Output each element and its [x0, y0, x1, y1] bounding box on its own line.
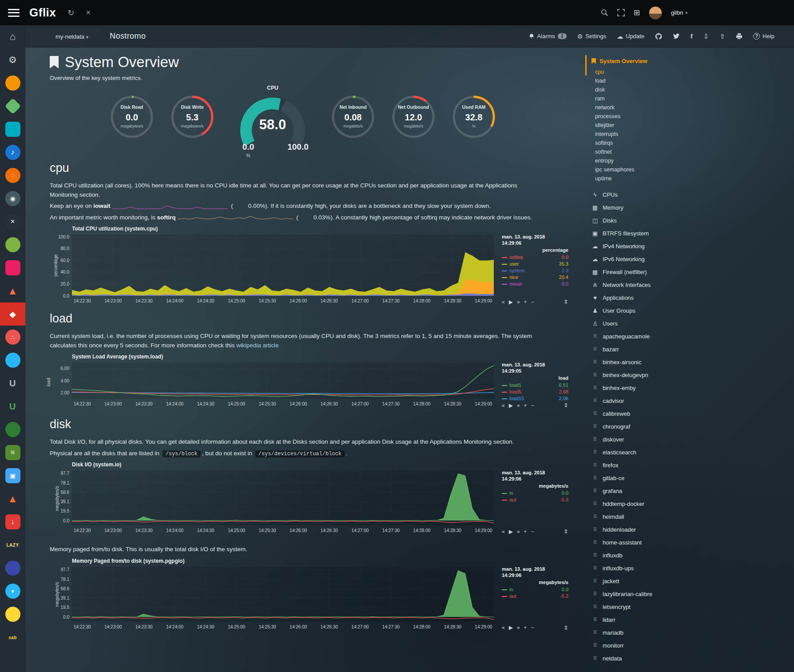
chart-resize-handle[interactable]: ⇕ — [564, 528, 568, 535]
legend-row-nice[interactable]: nice20.4 — [502, 274, 568, 281]
chart-canvas[interactable]: 0.020.040.060.080.0100.014:22:3014:23:00… — [50, 233, 498, 306]
app-shortcut-home[interactable]: ⌂ — [0, 25, 25, 48]
toc-app-grafana[interactable]: ⠿grafana — [592, 485, 725, 497]
legend-row-out[interactable]: out-5.3 — [502, 497, 568, 503]
upload-icon[interactable]: ⇧ — [720, 32, 726, 40]
search-icon[interactable] — [601, 9, 608, 16]
refresh-icon[interactable]: ↻ — [67, 8, 74, 18]
chart-backward-icon[interactable]: « — [502, 402, 505, 409]
help-button[interactable]: ?Help — [753, 33, 774, 40]
legend-row-iowait[interactable]: iowait0.0 — [502, 281, 568, 287]
toc-app-letsencrypt[interactable]: ⠿letsencrypt — [592, 600, 725, 613]
toc-app-diskover[interactable]: ⠿diskover — [592, 433, 725, 446]
legend-row-softirq[interactable]: softirq0.0 — [502, 254, 568, 261]
toc-section-network-interfaces[interactable]: ⋔Network Interfaces — [592, 278, 725, 291]
toc-app-influxdb-ups[interactable]: ⠿influxdb-ups — [592, 562, 725, 575]
legend-row-in[interactable]: in0.0 — [502, 490, 568, 497]
chart-canvas[interactable]: 0.019.539.158.678.197.714:22:3014:23:001… — [50, 469, 498, 536]
app-shortcut-app-blue-music[interactable]: ♪ — [0, 141, 25, 164]
legend-row-out[interactable]: out-5.2 — [502, 593, 568, 600]
toc-sub-processes[interactable]: processes — [592, 112, 725, 121]
toc-app-hiddenloader[interactable]: ⠿hiddenloader — [592, 523, 725, 536]
chart-resize-handle[interactable]: ⇕ — [564, 402, 568, 409]
toc-section-cpus[interactable]: ϟCPUs — [592, 188, 725, 201]
app-shortcut-app-grey-u[interactable]: U — [0, 372, 25, 395]
legend-row-load1[interactable]: load16.51 — [502, 382, 568, 389]
chart-forward-icon[interactable]: » — [517, 402, 520, 409]
toc-app-netdata[interactable]: ⠿netdata — [592, 652, 725, 665]
app-shortcut-app-blue-tile[interactable]: ▣ — [0, 464, 25, 487]
legend-row-system[interactable]: system2.3 — [502, 267, 568, 274]
chart-zoom-out-icon[interactable]: − — [531, 529, 534, 535]
gauge-disk-read[interactable]: Disk Read0.0megabytes/s — [105, 90, 159, 145]
app-shortcut-app-green-u[interactable]: U — [0, 395, 25, 418]
toc-system-overview[interactable]: System Overview — [592, 56, 725, 66]
toc-app-mariadb[interactable]: ⠿mariadb — [592, 626, 725, 639]
toc-section-applications[interactable]: ♥Applications — [592, 291, 725, 304]
toc-app-binhex-airsonic[interactable]: ⠿binhex-airsonic — [592, 356, 725, 369]
toc-app-hddtemp-docker[interactable]: ⠿hddtemp-docker — [592, 497, 725, 510]
toc-sub-entropy[interactable]: entropy — [592, 156, 725, 165]
chart-play-icon[interactable]: ▶ — [509, 529, 513, 535]
wikipedia-link[interactable]: wikipedia article — [236, 342, 278, 349]
app-shortcut-app-pink[interactable] — [0, 256, 25, 279]
app-shortcut-gitlab[interactable]: ▲ — [0, 487, 25, 510]
update-button[interactable]: ☁Update — [617, 33, 644, 40]
toc-section-user-groups[interactable]: ♟User Groups — [592, 304, 725, 317]
toc-section-firewall[interactable]: ▩Firewall (netfilter) — [592, 266, 725, 278]
cpu-chart[interactable]: 0.020.040.060.080.0100.014:22:3014:23:00… — [50, 233, 498, 308]
chart-canvas[interactable]: 2.004.006.0014:22:3014:23:0014:23:3014:2… — [50, 361, 498, 410]
toc-app-lidarr[interactable]: ⠿lidarr — [592, 613, 725, 626]
chart-backward-icon[interactable]: « — [502, 529, 505, 535]
gauge-disk-write[interactable]: Disk Write5.3megabytes/s — [166, 90, 219, 145]
toc-app-jackett[interactable]: ⠿jackett — [592, 575, 725, 588]
chart-resize-handle[interactable]: ⇕ — [564, 624, 568, 631]
chart-forward-icon[interactable]: » — [517, 624, 520, 631]
fullscreen-icon[interactable] — [617, 9, 625, 16]
toc-app-binhex-emby[interactable]: ⠿binhex-emby — [592, 382, 725, 394]
legend-row-load15[interactable]: load152.06 — [502, 395, 568, 402]
chart-backward-icon[interactable]: « — [502, 624, 505, 631]
toc-app-lazylibrarian-calibre[interactable]: ⠿lazylibrarian-calibre — [592, 588, 725, 600]
chart-play-icon[interactable]: ▶ — [509, 299, 513, 305]
toc-app-cadvisor[interactable]: ⠿cadvisor — [592, 394, 725, 407]
chart-play-icon[interactable]: ▶ — [509, 402, 513, 409]
chart-zoom-out-icon[interactable]: − — [531, 624, 534, 631]
app-shortcut-app-olive-rows[interactable]: ≡ — [0, 441, 25, 464]
chart-zoom-in-icon[interactable]: + — [524, 529, 527, 535]
disk-chart[interactable]: 0.019.539.158.678.197.714:22:3014:23:001… — [50, 469, 498, 538]
print-icon[interactable] — [736, 33, 742, 40]
chart-forward-icon[interactable]: » — [517, 529, 520, 535]
download-icon[interactable]: ⇩ — [703, 32, 709, 40]
toc-sub-ram[interactable]: ram — [592, 94, 725, 103]
toc-app-monitorr[interactable]: ⠿monitorr — [592, 639, 725, 652]
chart-zoom-in-icon[interactable]: + — [524, 624, 527, 631]
legend-row-in[interactable]: in0.0 — [502, 586, 568, 593]
app-shortcut-app-darkgreen[interactable] — [0, 418, 25, 441]
toc-sub-ipc-semaphores[interactable]: ipc semaphores — [592, 165, 725, 174]
memory-chart[interactable]: 0.019.539.158.678.197.714:22:3014:23:001… — [50, 565, 498, 634]
toc-sub-interrupts[interactable]: interrupts — [592, 130, 725, 139]
app-shortcut-sabnzbd[interactable]: sab — [0, 626, 25, 649]
toc-app-chronograf[interactable]: ⠿chronograf — [592, 420, 725, 433]
app-shortcut-app-red-dots[interactable]: ∴ — [0, 326, 25, 349]
toc-section-ipv6-networking[interactable]: ☁IPv6 Networking — [592, 253, 725, 266]
app-shortcut-app-orange[interactable] — [0, 72, 25, 95]
app-shortcut-app-red-download[interactable]: ↓ — [0, 510, 25, 533]
app-shortcut-app-teal-box[interactable] — [0, 118, 25, 141]
legend-row-user[interactable]: user35.3 — [502, 261, 568, 267]
chart-canvas[interactable]: 0.019.539.158.678.197.714:22:3014:23:001… — [50, 565, 498, 632]
app-shortcut-app-flame[interactable]: ▲ — [0, 279, 25, 302]
toc-app-influxdb[interactable]: ⠿influxdb — [592, 549, 725, 562]
avatar[interactable] — [649, 6, 662, 20]
user-menu[interactable]: gilbn▾ — [671, 9, 687, 16]
toc-section-memory[interactable]: ▦Memory — [592, 201, 725, 214]
toc-app-firefox[interactable]: ⠿firefox — [592, 459, 725, 472]
app-shortcut-lazylibrarian[interactable]: LAZY — [0, 533, 25, 557]
gauge-net-outbound[interactable]: Net Outbound12.0megabits/s — [387, 90, 440, 145]
alarms-button[interactable]: Alarms 2 — [528, 33, 567, 40]
app-shortcut-app-green-diamond[interactable] — [0, 95, 25, 118]
toc-app-bazarr[interactable]: ⠿bazarr — [592, 343, 725, 356]
toc-app-gitlab-ce[interactable]: ⠿gitlab-ce — [592, 472, 725, 485]
chart-zoom-out-icon[interactable]: − — [531, 402, 534, 409]
